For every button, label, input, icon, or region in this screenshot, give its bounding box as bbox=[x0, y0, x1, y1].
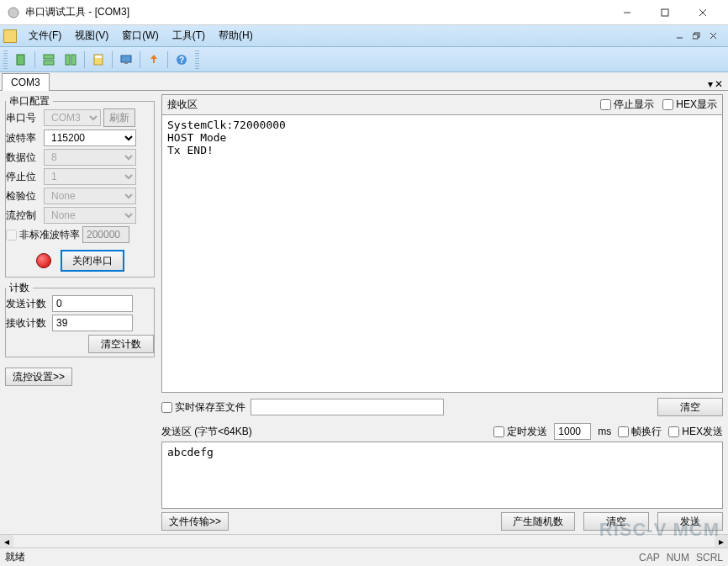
toolbar-tile-h-icon[interactable] bbox=[39, 50, 59, 70]
menubar: 文件(F) 视图(V) 窗口(W) 工具(T) 帮助(H) bbox=[0, 25, 728, 47]
flow-select[interactable]: None bbox=[44, 207, 136, 224]
svg-point-0 bbox=[8, 8, 18, 18]
scroll-left-icon[interactable]: ◂ bbox=[0, 535, 13, 547]
maximize-button[interactable] bbox=[646, 1, 683, 24]
tab-close-icon[interactable]: ✕ bbox=[715, 78, 723, 90]
random-button[interactable]: 产生随机数 bbox=[501, 512, 575, 531]
port-label: 串口号 bbox=[6, 111, 41, 125]
baud-label: 波特率 bbox=[6, 131, 41, 145]
menu-app-icon[interactable] bbox=[3, 29, 17, 43]
flowctrl-settings-button[interactable]: 流控设置>> bbox=[5, 368, 72, 386]
toolbar-calc-icon[interactable] bbox=[88, 50, 108, 70]
nonstd-baud-checkbox[interactable]: 非标准波特率 bbox=[6, 228, 80, 242]
toolbar-new-icon[interactable] bbox=[11, 50, 31, 70]
send-count-input[interactable] bbox=[52, 295, 133, 312]
recv-clear-button[interactable]: 清空 bbox=[657, 398, 723, 416]
send-button[interactable]: 发送 bbox=[657, 512, 723, 531]
nonstd-baud-input[interactable] bbox=[82, 226, 129, 243]
tabstrip: COM3 ▾ ✕ bbox=[0, 72, 728, 91]
save-to-file-checkbox[interactable]: 实时保存至文件 bbox=[161, 400, 245, 415]
port-select[interactable]: COM3 bbox=[44, 109, 101, 126]
databits-label: 数据位 bbox=[6, 151, 41, 165]
file-transfer-button[interactable]: 文件传输>> bbox=[161, 512, 229, 531]
send-count-label: 发送计数 bbox=[6, 297, 50, 311]
send-textarea[interactable]: abcdefg bbox=[161, 442, 723, 509]
svg-rect-17 bbox=[121, 56, 131, 62]
parity-select[interactable]: None bbox=[44, 188, 136, 204]
timed-send-checkbox[interactable]: 定时发送 bbox=[493, 425, 547, 439]
horizontal-scrollbar[interactable]: ◂ ▸ bbox=[0, 534, 728, 547]
recv-textarea[interactable]: SystemClk:72000000 HOST Mode Tx END! bbox=[161, 114, 723, 393]
serial-config-legend: 串口配置 bbox=[6, 94, 53, 108]
menu-file[interactable]: 文件(F) bbox=[22, 26, 68, 45]
clear-count-button[interactable]: 清空计数 bbox=[88, 335, 154, 353]
close-button[interactable] bbox=[683, 1, 721, 24]
status-indicator-icon bbox=[36, 253, 51, 268]
status-scrl: SCRL bbox=[696, 552, 723, 563]
status-cap: CAP bbox=[639, 552, 660, 563]
mdi-restore-button[interactable] bbox=[689, 29, 704, 43]
toolbar: ? bbox=[0, 47, 728, 72]
mdi-close-button[interactable] bbox=[706, 29, 721, 43]
main-panel: 接收区 停止显示 HEX显示 SystemClk:72000000 HOST M… bbox=[160, 91, 728, 534]
mdi-minimize-button[interactable] bbox=[673, 29, 688, 43]
status-ready: 就绪 bbox=[5, 550, 25, 564]
toolbar-grip[interactable] bbox=[3, 50, 8, 69]
svg-rect-16 bbox=[95, 56, 102, 58]
status-num: NUM bbox=[667, 552, 689, 563]
hex-send-checkbox[interactable]: HEX发送 bbox=[668, 425, 723, 439]
recv-count-label: 接收计数 bbox=[6, 316, 50, 331]
frame-wrap-checkbox[interactable]: 帧换行 bbox=[618, 425, 662, 439]
svg-rect-14 bbox=[71, 55, 76, 65]
toolbar-upload-icon[interactable] bbox=[144, 50, 164, 70]
save-path-input[interactable] bbox=[251, 399, 444, 415]
stopbits-label: 停止位 bbox=[6, 170, 41, 184]
content-area: 串口配置 串口号 COM3 刷新 波特率 115200 数据位 8 停止位 1 … bbox=[0, 91, 728, 534]
toolbar-grip-end[interactable] bbox=[195, 50, 199, 69]
send-title: 发送区 (字节<64KB) bbox=[161, 425, 252, 439]
baud-select[interactable]: 115200 bbox=[44, 130, 136, 146]
recv-title: 接收区 bbox=[167, 98, 198, 112]
svg-rect-7 bbox=[693, 34, 698, 39]
count-legend: 计数 bbox=[6, 281, 33, 295]
send-clear-button[interactable]: 清空 bbox=[583, 512, 649, 531]
menu-help[interactable]: 帮助(H) bbox=[212, 26, 260, 45]
count-group: 计数 发送计数 接收计数 清空计数 bbox=[5, 281, 155, 357]
close-port-button[interactable]: 关闭串口 bbox=[61, 250, 124, 272]
svg-rect-12 bbox=[44, 61, 54, 65]
serial-config-group: 串口配置 串口号 COM3 刷新 波特率 115200 数据位 8 停止位 1 … bbox=[5, 94, 155, 278]
minimize-button[interactable] bbox=[608, 1, 646, 24]
sidebar: 串口配置 串口号 COM3 刷新 波特率 115200 数据位 8 停止位 1 … bbox=[0, 91, 160, 534]
svg-rect-11 bbox=[44, 55, 54, 59]
parity-label: 检验位 bbox=[6, 189, 41, 204]
toolbar-help-icon[interactable]: ? bbox=[171, 50, 192, 70]
stopbits-select[interactable]: 1 bbox=[44, 168, 136, 185]
svg-text:?: ? bbox=[179, 56, 184, 65]
scroll-right-icon[interactable]: ▸ bbox=[715, 535, 728, 547]
app-icon bbox=[7, 6, 20, 19]
window-title: 串口调试工具 - [COM3] bbox=[25, 5, 608, 19]
menu-tools[interactable]: 工具(T) bbox=[166, 26, 212, 45]
refresh-button[interactable]: 刷新 bbox=[103, 108, 135, 127]
hex-display-checkbox[interactable]: HEX显示 bbox=[662, 98, 717, 112]
timed-send-input[interactable] bbox=[554, 423, 591, 440]
timed-send-unit: ms bbox=[598, 426, 611, 437]
flow-label: 流控制 bbox=[6, 209, 41, 223]
pause-display-checkbox[interactable]: 停止显示 bbox=[600, 98, 654, 112]
recv-header: 接收区 停止显示 HEX显示 bbox=[161, 94, 723, 114]
svg-rect-13 bbox=[66, 55, 70, 65]
menu-view[interactable]: 视图(V) bbox=[68, 26, 115, 45]
menu-window[interactable]: 窗口(W) bbox=[115, 26, 165, 45]
tab-com3[interactable]: COM3 bbox=[2, 73, 50, 91]
tab-dropdown-icon[interactable]: ▾ bbox=[708, 78, 713, 90]
svg-rect-18 bbox=[124, 62, 128, 64]
svg-rect-10 bbox=[17, 55, 24, 65]
titlebar: 串口调试工具 - [COM3] bbox=[0, 0, 728, 25]
recv-count-input[interactable] bbox=[52, 315, 133, 331]
toolbar-tile-v-icon[interactable] bbox=[61, 50, 81, 70]
toolbar-monitor-icon[interactable] bbox=[116, 50, 136, 70]
svg-rect-2 bbox=[662, 9, 668, 16]
databits-select[interactable]: 8 bbox=[44, 149, 136, 166]
statusbar: 就绪 CAP NUM SCRL bbox=[0, 547, 728, 566]
